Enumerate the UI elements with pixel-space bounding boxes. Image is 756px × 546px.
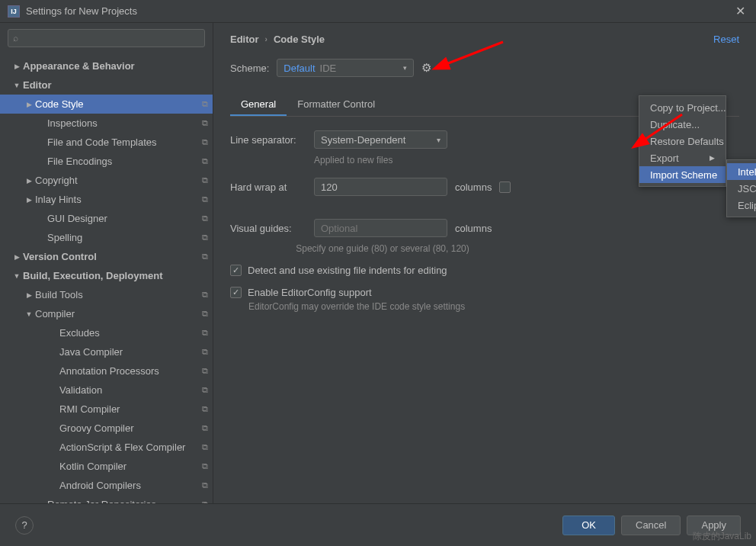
- sidebar-item[interactable]: Appearance & Behavior: [0, 56, 213, 75]
- menu-duplicate[interactable]: Duplicate...: [639, 116, 726, 133]
- chevron-right-icon: ›: [265, 35, 267, 43]
- watermark: 陈皮的JavaLib: [693, 530, 751, 543]
- cancel-button[interactable]: Cancel: [621, 515, 681, 535]
- sidebar-item-label: File and Code Templates: [47, 136, 202, 148]
- sidebar-item[interactable]: GUI Designer⧉: [0, 209, 213, 228]
- sidebar-item-label: Inlay Hints: [35, 194, 202, 205]
- scheme-actions-menu: Copy to Project... Duplicate... Restore …: [639, 95, 726, 187]
- scheme-suffix: IDE: [320, 63, 337, 74]
- sidebar-item[interactable]: Spelling⧉: [0, 228, 213, 247]
- sidebar-item[interactable]: Editor: [0, 75, 213, 95]
- copy-icon: ⧉: [202, 480, 208, 490]
- copy-icon: ⧉: [202, 366, 208, 376]
- copy-icon: ⧉: [202, 194, 208, 204]
- copy-icon: ⧉: [202, 118, 208, 128]
- sidebar-item-label: Editor: [23, 79, 208, 91]
- sidebar-item[interactable]: Compiler⧉: [0, 304, 213, 323]
- line-separator-label: Line separator:: [230, 134, 314, 146]
- menu-eclipse-xml[interactable]: Eclipse XML Profile: [727, 197, 756, 214]
- main-panel: Editor › Code Style Reset Scheme: Defaul…: [213, 23, 756, 503]
- breadcrumb-item: Editor: [230, 34, 259, 45]
- editorconfig-checkbox[interactable]: [230, 287, 242, 298]
- sidebar-item-label: Version Control: [23, 251, 202, 262]
- sidebar-item[interactable]: Build Tools⧉: [0, 285, 213, 304]
- visual-guides-label: Visual guides:: [230, 223, 314, 234]
- sidebar-item[interactable]: Inspections⧉: [0, 114, 213, 133]
- reset-link[interactable]: Reset: [713, 34, 739, 45]
- chevron-icon: [11, 272, 23, 280]
- sidebar-item[interactable]: Annotation Processors⧉: [0, 361, 213, 381]
- settings-tree: Appearance & BehaviorEditorCode Style⧉In…: [0, 53, 213, 503]
- sidebar-item[interactable]: Remote Jar Repositories⧉: [0, 495, 213, 503]
- chevron-icon: [23, 291, 35, 299]
- sidebar-item-label: Remote Jar Repositories: [47, 499, 202, 503]
- sidebar-item[interactable]: Android Compilers⧉: [0, 476, 213, 495]
- menu-import-scheme[interactable]: Import Scheme▶: [639, 166, 726, 183]
- close-icon[interactable]: ✕: [732, 4, 748, 18]
- tab-general[interactable]: General: [230, 94, 287, 116]
- sidebar-item[interactable]: Code Style⧉: [0, 95, 213, 114]
- search-input[interactable]: ⌕: [8, 29, 205, 47]
- chevron-icon: [11, 63, 23, 70]
- sidebar-item-label: Spelling: [47, 232, 202, 243]
- copy-icon: ⧉: [202, 423, 208, 433]
- menu-jscs-config[interactable]: JSCS config file: [727, 180, 756, 197]
- sidebar-item[interactable]: Copyright⧉: [0, 171, 213, 190]
- copy-icon: ⧉: [202, 175, 208, 185]
- sidebar-item[interactable]: Kotlin Compiler⧉: [0, 457, 213, 476]
- line-separator-select[interactable]: System-Dependent: [314, 130, 447, 149]
- gear-icon[interactable]: ⚙: [421, 61, 431, 75]
- chevron-icon: [23, 101, 35, 108]
- scheme-select[interactable]: Default IDE ▾: [277, 59, 414, 77]
- sidebar-item-label: Build, Execution, Deployment: [23, 270, 208, 281]
- sidebar-item[interactable]: RMI Compiler⧉: [0, 400, 213, 419]
- menu-intellij-xml[interactable]: IntelliJ IDEA code style XML: [727, 163, 756, 180]
- scheme-value: Default: [284, 63, 315, 74]
- chevron-icon: [23, 196, 35, 204]
- sidebar-item[interactable]: File and Code Templates⧉: [0, 133, 213, 152]
- sidebar-item[interactable]: File Encodings⧉: [0, 152, 213, 171]
- ok-button[interactable]: OK: [562, 515, 615, 535]
- sidebar-item-label: Java Compiler: [59, 346, 202, 358]
- breadcrumb: Editor › Code Style: [230, 34, 325, 45]
- editorconfig-label: Enable EditorConfig support: [248, 287, 372, 298]
- copy-icon: ⧉: [202, 233, 208, 242]
- copy-icon: ⧉: [202, 252, 208, 262]
- menu-export[interactable]: Export▶: [639, 149, 726, 166]
- help-button[interactable]: ?: [15, 516, 34, 535]
- sidebar-item-label: RMI Compiler: [59, 403, 202, 415]
- detect-indents-checkbox[interactable]: [230, 265, 242, 276]
- sidebar-item[interactable]: Inlay Hints⧉: [0, 190, 213, 209]
- sidebar-item[interactable]: Validation⧉: [0, 381, 213, 400]
- sidebar-item-label: Validation: [59, 384, 202, 396]
- tab-formatter-control[interactable]: Formatter Control: [287, 94, 386, 116]
- editorconfig-hint: EditorConfig may override the IDE code s…: [248, 301, 739, 312]
- sidebar-item-label: Excludes: [59, 327, 202, 339]
- import-scheme-submenu: IntelliJ IDEA code style XML JSCS config…: [726, 159, 756, 217]
- sidebar-item[interactable]: Excludes⧉: [0, 323, 213, 342]
- sidebar-item[interactable]: ActionScript & Flex Compiler⧉: [0, 438, 213, 457]
- chevron-down-icon: ▾: [403, 64, 407, 72]
- sidebar-item[interactable]: Version Control⧉: [0, 247, 213, 266]
- copy-icon: ⧉: [202, 442, 208, 452]
- sidebar-item[interactable]: Groovy Compiler⧉: [0, 419, 213, 438]
- sidebar-item-label: Kotlin Compiler: [59, 461, 202, 472]
- window-title: Settings for New Projects: [26, 5, 732, 17]
- visual-guides-input[interactable]: [314, 219, 447, 237]
- sidebar-item-label: Android Compilers: [59, 480, 202, 491]
- wrap-checkbox[interactable]: [499, 181, 511, 193]
- hard-wrap-input[interactable]: [314, 178, 447, 196]
- copy-icon: ⧉: [202, 137, 208, 147]
- copy-icon: ⧉: [202, 404, 208, 414]
- sidebar-item[interactable]: Build, Execution, Deployment: [0, 266, 213, 285]
- menu-restore-defaults[interactable]: Restore Defaults: [639, 133, 726, 149]
- sidebar-item-label: Copyright: [35, 175, 202, 186]
- hard-wrap-label: Hard wrap at: [230, 181, 314, 193]
- sidebar: ⌕ Appearance & BehaviorEditorCode Style⧉…: [0, 23, 213, 503]
- footer: ? OK Cancel Apply: [0, 503, 756, 546]
- columns-label: columns: [455, 181, 492, 193]
- copy-icon: ⧉: [202, 499, 208, 503]
- menu-copy-to-project[interactable]: Copy to Project...: [639, 99, 726, 116]
- chevron-icon: [23, 177, 35, 185]
- sidebar-item[interactable]: Java Compiler⧉: [0, 342, 213, 361]
